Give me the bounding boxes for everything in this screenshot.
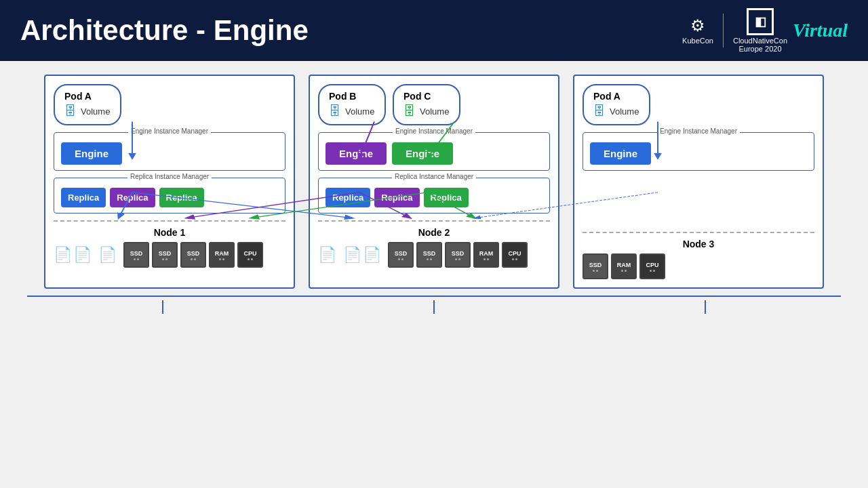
- pods-row-3: Pod A 🗄 Volume: [583, 84, 814, 125]
- engine-btn-3[interactable]: Engine: [590, 142, 651, 165]
- cpu-1: CPU: [237, 242, 263, 268]
- rim-label-1: Replica Instance Manager: [127, 173, 212, 180]
- eim-box-2: Engine Instance Manager Engine Engine: [318, 132, 550, 171]
- cpu-2: CPU: [502, 242, 528, 268]
- connector-1: [162, 300, 163, 314]
- node-3-box: Pod A 🗄 Volume Engine Instance Manager E…: [573, 75, 824, 289]
- replica-btn-2b[interactable]: Replica: [374, 188, 419, 207]
- pod-a-1: Pod A 🗄 Volume: [54, 84, 121, 125]
- pods-row-1: Pod A 🗄 Volume: [54, 84, 285, 125]
- eim-label-2: Engine Instance Manager: [393, 127, 475, 135]
- node-2-name: Node 2: [318, 227, 550, 238]
- replica-btn-2a[interactable]: Replica: [326, 188, 370, 207]
- virtual-label: Virtual: [793, 20, 848, 41]
- pod-c: Pod C 🗄 Volume: [393, 84, 460, 125]
- connector-2: [433, 300, 435, 314]
- ssd-2c: SSD: [445, 242, 471, 268]
- volume-icon-1: 🗄: [64, 104, 77, 119]
- nodes-container: Pod A 🗄 Volume Engine Instance Manager E…: [27, 75, 841, 289]
- eim-box-1: Engine Instance Manager Engine: [54, 132, 285, 171]
- rim-label-2: Replica Instance Manager: [392, 173, 476, 180]
- ssd-3: SSD: [583, 253, 608, 279]
- node-1-box: Pod A 🗄 Volume Engine Instance Manager E…: [44, 75, 295, 289]
- file-icons-1b: 📄: [98, 246, 117, 264]
- ram-1: RAM: [209, 242, 235, 268]
- architecture-diagram: Pod A 🗄 Volume Engine Instance Manager E…: [27, 75, 841, 289]
- file-icons-1: 📄 📄: [54, 246, 92, 264]
- kubecon-logo: ⚙ KubeCon: [682, 15, 713, 45]
- ram-3: RAM: [611, 253, 637, 279]
- node-2-bottom: Node 2 📄 📄 📄 SSD SSD SSD RAM CPU: [318, 220, 550, 268]
- volume-icon-2a: 🗄: [329, 104, 341, 119]
- engine-btn-2b[interactable]: Engine: [392, 142, 453, 165]
- volume-icon-3: 🗄: [593, 104, 606, 119]
- node-1-bottom: Node 1 📄 📄 📄 SSD SSD SSD: [54, 220, 285, 268]
- ssd-1b: SSD: [152, 242, 178, 268]
- pod-b: Pod B 🗄 Volume: [318, 84, 386, 125]
- ssd-2b: SSD: [416, 242, 442, 268]
- node-1-name: Node 1: [54, 227, 285, 238]
- replica-btn-2c[interactable]: Replica: [424, 188, 469, 207]
- node-3-name: Node 3: [583, 239, 814, 249]
- replica-btn-1b[interactable]: Replica: [110, 188, 155, 207]
- file-icons-2b: 📄 📄: [343, 246, 381, 264]
- ssd-1c: SSD: [180, 242, 206, 268]
- engine-btn-1[interactable]: Engine: [61, 142, 122, 165]
- connector-3: [705, 300, 706, 314]
- ram-2: RAM: [473, 242, 499, 268]
- ssd-1a: SSD: [123, 242, 149, 268]
- node-2-box: Pod B 🗄 Volume Pod C 🗄 Volume: [309, 75, 559, 289]
- engine-btn-2a[interactable]: Engine: [326, 142, 387, 165]
- cpu-3: CPU: [639, 253, 665, 279]
- node-3-empty-replica: [583, 178, 814, 232]
- volume-icon-2b: 🗄: [403, 104, 416, 119]
- replica-btn-1a[interactable]: Replica: [61, 188, 106, 207]
- eim-label-3: Engine Instance Manager: [657, 127, 740, 135]
- replica-btn-1c[interactable]: Replica: [159, 188, 204, 207]
- page-title: Architecture - Engine: [20, 14, 309, 47]
- header-logos: ⚙ KubeCon ◧ CloudNativeCon Europe 2020 V…: [682, 8, 848, 53]
- eim-box-3: Engine Instance Manager Engine: [583, 132, 814, 171]
- main-content: Pod A 🗄 Volume Engine Instance Manager E…: [0, 61, 868, 488]
- ssd-2a: SSD: [388, 242, 414, 268]
- header: Architecture - Engine ⚙ KubeCon ◧ CloudN…: [0, 0, 868, 61]
- bottom-connector-line: [27, 296, 841, 314]
- pod-a-2: Pod A 🗄 Volume: [583, 84, 650, 125]
- rim-box-1: Replica Instance Manager Replica Replica…: [54, 178, 285, 214]
- logo-divider: [723, 14, 724, 47]
- node-3-bottom: Node 3 SSD RAM CPU: [583, 232, 814, 279]
- file-icons-2a: 📄: [318, 246, 336, 264]
- rim-box-2: Replica Instance Manager Replica Replica…: [318, 178, 550, 214]
- cncf-logo: ◧ CloudNativeCon Europe 2020: [733, 8, 787, 53]
- eim-label-1: Engine Instance Manager: [128, 127, 211, 135]
- pods-row-2: Pod B 🗄 Volume Pod C 🗄 Volume: [318, 84, 550, 125]
